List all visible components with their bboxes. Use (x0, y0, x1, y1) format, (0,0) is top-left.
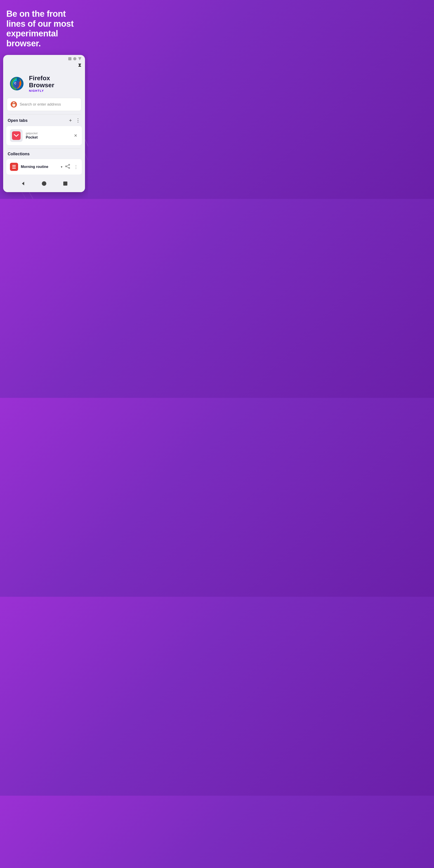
open-tabs-header: Open tabs + ⋮ (3, 118, 85, 126)
tabs-more-button[interactable]: ⋮ (75, 118, 81, 123)
open-tabs-title: Open tabs (8, 118, 28, 123)
home-button[interactable] (40, 180, 48, 188)
firefox-branding: Firefox Browser NIGHTLY (3, 70, 85, 98)
bottom-nav (3, 176, 85, 192)
firefox-name-line2: Browser (29, 82, 54, 89)
tab-site-name: getpocket (26, 132, 70, 135)
tab-info: getpocket Pocket (26, 132, 70, 140)
svg-rect-17 (12, 165, 16, 166)
collections-header: Collections (3, 152, 85, 159)
open-tabs-actions: + ⋮ (69, 118, 81, 123)
recents-button[interactable] (61, 180, 69, 188)
svg-point-14 (13, 103, 14, 104)
search-bar[interactable]: Search or enter address (7, 98, 81, 111)
collection-card[interactable]: Morning routine ▾ ⋮ (6, 159, 82, 175)
divider-2 (8, 148, 81, 149)
collection-actions: ⋮ (65, 164, 78, 170)
tab-favicon-container (10, 129, 23, 142)
svg-point-15 (14, 103, 15, 104)
firefox-brand-text: Firefox Browser NIGHTLY (29, 75, 54, 93)
svg-line-24 (66, 166, 68, 168)
status-circle-icon (73, 57, 76, 60)
tab-close-button[interactable]: ✕ (73, 132, 78, 139)
back-button[interactable] (19, 180, 27, 188)
status-triangle-icon (78, 57, 81, 60)
headline-text: Be on the front lines of our most experi… (0, 0, 88, 55)
nightly-badge: NIGHTLY (29, 89, 54, 92)
duckduckgo-icon (11, 101, 17, 107)
svg-point-6 (13, 81, 20, 88)
firefox-name-line1: Firefox (29, 74, 50, 82)
svg-point-8 (15, 83, 16, 84)
svg-rect-16 (12, 131, 21, 140)
svg-point-22 (69, 167, 70, 168)
add-tab-button[interactable]: + (69, 118, 72, 123)
mask-icon[interactable]: ⧗ (78, 62, 81, 68)
pocket-icon (12, 131, 21, 140)
collection-name: Morning routine (21, 165, 57, 169)
tab-title: Pocket (26, 135, 70, 140)
private-mode-row: ⧗ (3, 61, 85, 70)
svg-rect-18 (12, 166, 16, 167)
phone-mockup: ⧗ (3, 55, 85, 192)
search-placeholder-text: Search or enter address (20, 102, 61, 107)
svg-point-20 (69, 164, 70, 165)
collection-more-button[interactable]: ⋮ (74, 164, 78, 169)
status-bar (3, 55, 85, 61)
status-square-icon (68, 57, 71, 60)
share-icon[interactable] (65, 164, 70, 170)
collections-title: Collections (8, 152, 81, 156)
chevron-down-icon[interactable]: ▾ (61, 165, 62, 168)
tab-card[interactable]: getpocket Pocket ✕ (6, 126, 82, 145)
svg-point-26 (42, 181, 46, 186)
svg-line-23 (66, 165, 68, 166)
svg-marker-25 (22, 182, 24, 185)
svg-rect-27 (63, 182, 67, 186)
firefox-logo (8, 75, 25, 92)
collection-icon (10, 163, 18, 171)
svg-point-21 (66, 166, 67, 167)
svg-rect-19 (12, 168, 16, 168)
